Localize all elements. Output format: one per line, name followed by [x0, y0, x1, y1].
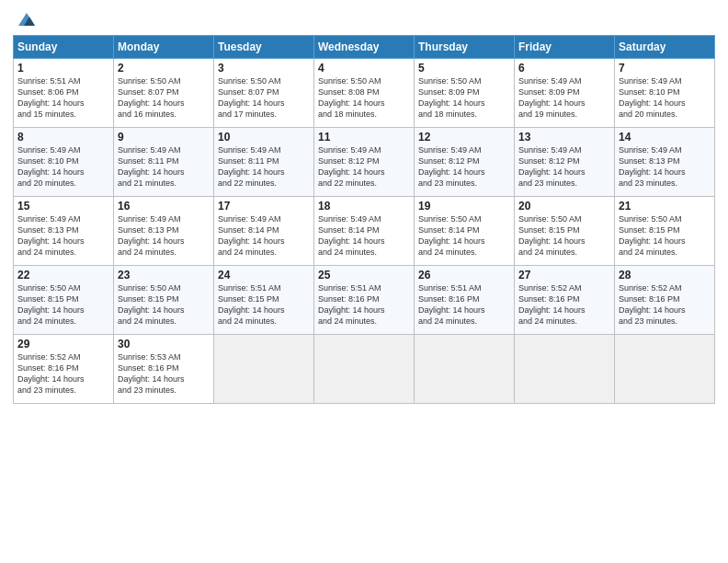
calendar-cell: 19Sunrise: 5:50 AM Sunset: 8:14 PM Dayli…: [415, 197, 515, 266]
calendar-cell: 14Sunrise: 5:49 AM Sunset: 8:13 PM Dayli…: [615, 128, 715, 197]
col-saturday: Saturday: [615, 36, 715, 59]
calendar-cell: 23Sunrise: 5:50 AM Sunset: 8:15 PM Dayli…: [114, 266, 214, 335]
day-info: Sunrise: 5:52 AM Sunset: 8:16 PM Dayligh…: [619, 282, 711, 327]
day-info: Sunrise: 5:50 AM Sunset: 8:09 PM Dayligh…: [418, 75, 510, 121]
calendar-cell: 3Sunrise: 5:50 AM Sunset: 8:07 PM Daylig…: [214, 59, 314, 128]
calendar-cell: [415, 335, 515, 404]
calendar-cell: 10Sunrise: 5:49 AM Sunset: 8:11 PM Dayli…: [214, 128, 314, 197]
calendar-cell: [214, 335, 314, 404]
day-number: 29: [17, 338, 109, 350]
day-info: Sunrise: 5:50 AM Sunset: 8:14 PM Dayligh…: [418, 213, 510, 259]
page: Sunday Monday Tuesday Wednesday Thursday…: [0, 0, 728, 563]
calendar-cell: 9Sunrise: 5:49 AM Sunset: 8:11 PM Daylig…: [114, 128, 214, 197]
calendar-cell: 16Sunrise: 5:49 AM Sunset: 8:13 PM Dayli…: [114, 197, 214, 266]
day-number: 21: [619, 200, 711, 213]
day-number: 8: [17, 131, 109, 144]
calendar-row: 22Sunrise: 5:50 AM Sunset: 8:15 PM Dayli…: [14, 266, 715, 335]
day-number: 30: [118, 338, 210, 350]
day-info: Sunrise: 5:49 AM Sunset: 8:12 PM Dayligh…: [518, 144, 610, 190]
calendar-cell: 20Sunrise: 5:50 AM Sunset: 8:15 PM Dayli…: [515, 197, 615, 266]
day-number: 1: [17, 62, 109, 75]
day-number: 28: [619, 269, 711, 282]
calendar: Sunday Monday Tuesday Wednesday Thursday…: [13, 35, 715, 404]
col-monday: Monday: [114, 36, 214, 59]
calendar-cell: 2Sunrise: 5:50 AM Sunset: 8:07 PM Daylig…: [114, 59, 214, 128]
day-info: Sunrise: 5:51 AM Sunset: 8:06 PM Dayligh…: [17, 75, 109, 121]
day-info: Sunrise: 5:49 AM Sunset: 8:12 PM Dayligh…: [318, 144, 410, 190]
day-info: Sunrise: 5:50 AM Sunset: 8:15 PM Dayligh…: [118, 282, 210, 327]
day-info: Sunrise: 5:51 AM Sunset: 8:16 PM Dayligh…: [418, 282, 510, 327]
day-info: Sunrise: 5:50 AM Sunset: 8:07 PM Dayligh…: [118, 75, 210, 121]
day-number: 6: [518, 62, 610, 75]
header-row: Sunday Monday Tuesday Wednesday Thursday…: [14, 36, 715, 59]
col-thursday: Thursday: [415, 36, 515, 59]
calendar-cell: 7Sunrise: 5:49 AM Sunset: 8:10 PM Daylig…: [615, 59, 715, 128]
day-number: 5: [418, 62, 510, 75]
day-number: 4: [318, 62, 410, 75]
calendar-cell: 29Sunrise: 5:52 AM Sunset: 8:16 PM Dayli…: [14, 335, 114, 404]
calendar-header: Sunday Monday Tuesday Wednesday Thursday…: [14, 36, 715, 59]
day-info: Sunrise: 5:49 AM Sunset: 8:14 PM Dayligh…: [318, 213, 410, 259]
day-number: 12: [418, 131, 510, 144]
calendar-cell: 4Sunrise: 5:50 AM Sunset: 8:08 PM Daylig…: [314, 59, 415, 128]
day-info: Sunrise: 5:49 AM Sunset: 8:13 PM Dayligh…: [17, 213, 109, 259]
day-info: Sunrise: 5:49 AM Sunset: 8:09 PM Dayligh…: [518, 75, 610, 121]
calendar-cell: 13Sunrise: 5:49 AM Sunset: 8:12 PM Dayli…: [515, 128, 615, 197]
day-info: Sunrise: 5:51 AM Sunset: 8:16 PM Dayligh…: [318, 282, 410, 327]
day-number: 9: [118, 131, 210, 144]
day-number: 11: [318, 131, 410, 144]
day-number: 19: [418, 200, 510, 213]
col-tuesday: Tuesday: [214, 36, 314, 59]
calendar-cell: 6Sunrise: 5:49 AM Sunset: 8:09 PM Daylig…: [515, 59, 615, 128]
day-number: 25: [318, 269, 410, 282]
day-info: Sunrise: 5:49 AM Sunset: 8:11 PM Dayligh…: [218, 144, 310, 190]
day-number: 16: [118, 200, 210, 213]
calendar-cell: 26Sunrise: 5:51 AM Sunset: 8:16 PM Dayli…: [415, 266, 515, 335]
day-number: 17: [218, 200, 310, 213]
calendar-cell: 24Sunrise: 5:51 AM Sunset: 8:15 PM Dayli…: [214, 266, 314, 335]
day-info: Sunrise: 5:49 AM Sunset: 8:11 PM Dayligh…: [118, 144, 210, 190]
day-info: Sunrise: 5:49 AM Sunset: 8:13 PM Dayligh…: [118, 213, 210, 259]
calendar-cell: 17Sunrise: 5:49 AM Sunset: 8:14 PM Dayli…: [214, 197, 314, 266]
day-info: Sunrise: 5:50 AM Sunset: 8:07 PM Dayligh…: [218, 75, 310, 121]
day-number: 10: [218, 131, 310, 144]
day-number: 14: [619, 131, 711, 144]
day-info: Sunrise: 5:52 AM Sunset: 8:16 PM Dayligh…: [17, 351, 109, 396]
header: [13, 9, 715, 29]
day-info: Sunrise: 5:50 AM Sunset: 8:15 PM Dayligh…: [17, 282, 109, 327]
calendar-cell: 11Sunrise: 5:49 AM Sunset: 8:12 PM Dayli…: [314, 128, 415, 197]
day-info: Sunrise: 5:49 AM Sunset: 8:10 PM Dayligh…: [619, 75, 711, 121]
day-number: 26: [418, 269, 510, 282]
calendar-cell: 5Sunrise: 5:50 AM Sunset: 8:09 PM Daylig…: [415, 59, 515, 128]
day-number: 2: [118, 62, 210, 75]
calendar-cell: [515, 335, 615, 404]
calendar-body: 1Sunrise: 5:51 AM Sunset: 8:06 PM Daylig…: [14, 59, 715, 404]
calendar-row: 29Sunrise: 5:52 AM Sunset: 8:16 PM Dayli…: [14, 335, 715, 404]
day-info: Sunrise: 5:50 AM Sunset: 8:15 PM Dayligh…: [518, 213, 610, 259]
calendar-cell: 21Sunrise: 5:50 AM Sunset: 8:15 PM Dayli…: [615, 197, 715, 266]
day-number: 3: [218, 62, 310, 75]
calendar-cell: 15Sunrise: 5:49 AM Sunset: 8:13 PM Dayli…: [14, 197, 114, 266]
calendar-cell: 1Sunrise: 5:51 AM Sunset: 8:06 PM Daylig…: [14, 59, 114, 128]
calendar-cell: 28Sunrise: 5:52 AM Sunset: 8:16 PM Dayli…: [615, 266, 715, 335]
calendar-cell: [615, 335, 715, 404]
day-info: Sunrise: 5:50 AM Sunset: 8:08 PM Dayligh…: [318, 75, 410, 121]
calendar-row: 8Sunrise: 5:49 AM Sunset: 8:10 PM Daylig…: [14, 128, 715, 197]
day-info: Sunrise: 5:51 AM Sunset: 8:15 PM Dayligh…: [218, 282, 310, 327]
day-number: 13: [518, 131, 610, 144]
calendar-row: 15Sunrise: 5:49 AM Sunset: 8:13 PM Dayli…: [14, 197, 715, 266]
calendar-row: 1Sunrise: 5:51 AM Sunset: 8:06 PM Daylig…: [14, 59, 715, 128]
day-number: 22: [17, 269, 109, 282]
day-number: 27: [518, 269, 610, 282]
day-info: Sunrise: 5:53 AM Sunset: 8:16 PM Dayligh…: [118, 351, 210, 396]
day-info: Sunrise: 5:49 AM Sunset: 8:12 PM Dayligh…: [418, 144, 510, 190]
calendar-cell: 18Sunrise: 5:49 AM Sunset: 8:14 PM Dayli…: [314, 197, 415, 266]
logo: [13, 13, 37, 29]
day-info: Sunrise: 5:50 AM Sunset: 8:15 PM Dayligh…: [619, 213, 711, 259]
col-friday: Friday: [515, 36, 615, 59]
day-info: Sunrise: 5:49 AM Sunset: 8:13 PM Dayligh…: [619, 144, 711, 190]
calendar-cell: [314, 335, 415, 404]
day-info: Sunrise: 5:52 AM Sunset: 8:16 PM Dayligh…: [518, 282, 610, 327]
day-number: 18: [318, 200, 410, 213]
calendar-cell: 8Sunrise: 5:49 AM Sunset: 8:10 PM Daylig…: [14, 128, 114, 197]
